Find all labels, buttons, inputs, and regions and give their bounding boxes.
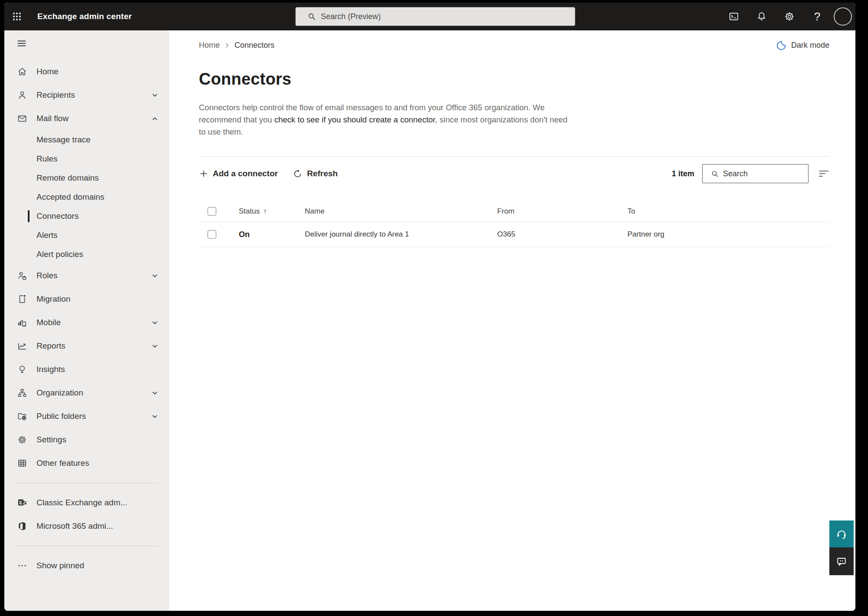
svg-text:E: E — [19, 500, 22, 505]
feedback-button[interactable] — [829, 547, 854, 575]
moon-icon — [776, 40, 787, 51]
sidebar-item-label: Mail flow — [36, 114, 69, 123]
sidebar-item-label: Public folders — [36, 412, 86, 421]
connectors-table: Status↑ Name From To On Deliver journal … — [199, 201, 829, 247]
chevron-up-icon — [152, 115, 158, 122]
sidebar-item-label: Other features — [36, 458, 89, 468]
global-search[interactable] — [295, 7, 575, 26]
toolbar-divider — [199, 156, 829, 157]
table-row[interactable]: On Deliver journal directly to Area 1 O3… — [199, 222, 829, 247]
chevron-down-icon — [152, 92, 158, 99]
sidebar-item-label: Mobile — [36, 318, 61, 327]
sidebar-item-accepted-domains[interactable]: Accepted domains — [4, 188, 169, 207]
collapse-nav-button[interactable] — [8, 32, 36, 55]
filter-button[interactable] — [818, 169, 829, 178]
reports-icon — [17, 341, 28, 351]
breadcrumb-home-link[interactable]: Home — [199, 41, 220, 50]
sidebar-item-alerts[interactable]: Alerts — [4, 226, 169, 245]
list-search[interactable] — [702, 164, 809, 183]
sidebar-item-mobile[interactable]: Mobile — [4, 311, 169, 334]
breadcrumb-current: Connectors — [234, 41, 274, 50]
list-search-input[interactable] — [723, 169, 804, 178]
search-icon — [302, 12, 321, 21]
chevron-down-icon — [152, 343, 158, 349]
headset-icon — [835, 528, 848, 540]
mobile-icon — [17, 317, 28, 328]
chevron-down-icon — [152, 273, 158, 279]
sidebar-item-label: Classic Exchange adm... — [36, 498, 127, 507]
sidebar-item-migration[interactable]: Migration — [4, 287, 169, 311]
sidebar-item-home[interactable]: Home — [4, 60, 169, 83]
sidebar-item-recipients[interactable]: Recipients — [4, 83, 169, 107]
exchange-logo-icon: E — [17, 497, 28, 508]
connector-status: On — [239, 230, 305, 239]
refresh-icon — [293, 169, 303, 179]
gear-icon — [17, 435, 28, 445]
sidebar-item-roles[interactable]: Roles — [4, 264, 169, 287]
org-chart-icon — [17, 388, 28, 398]
topbar: Exchange admin center — [4, 3, 855, 30]
sidebar-item-show-pinned[interactable]: Show pinned — [4, 554, 169, 577]
sidebar-item-connectors[interactable]: Connectors — [4, 207, 169, 226]
sidebar-item-microsoft-365-admin[interactable]: Microsoft 365 admi... — [4, 514, 169, 538]
column-header-to[interactable]: To — [627, 207, 829, 216]
app-launcher-icon — [12, 12, 22, 21]
sidebar-item-classic-exchange[interactable]: E Classic Exchange adm... — [4, 491, 169, 514]
sidebar-item-organization[interactable]: Organization — [4, 381, 169, 405]
list-toolbar: Add a connector Refresh 1 item — [199, 161, 829, 186]
global-search-input[interactable] — [321, 12, 569, 21]
dark-mode-toggle[interactable]: Dark mode — [776, 40, 829, 51]
terminal-button[interactable] — [720, 3, 748, 30]
column-header-status[interactable]: Status↑ — [239, 207, 305, 216]
sidebar-item-public-folders[interactable]: Public folders — [4, 405, 169, 428]
home-icon — [17, 66, 28, 77]
hamburger-icon — [17, 38, 27, 49]
support-button[interactable] — [829, 520, 854, 547]
add-connector-button[interactable]: Add a connector — [199, 169, 278, 178]
sidebar: Home Recipients — [4, 30, 169, 611]
search-icon — [707, 169, 723, 178]
breadcrumb-chevron-icon — [225, 42, 229, 49]
sidebar-item-label: Migration — [36, 294, 70, 304]
sidebar-item-rules[interactable]: Rules — [4, 149, 169, 168]
sidebar-item-label: Roles — [36, 271, 58, 280]
topbar-actions: ? — [720, 3, 852, 30]
dark-mode-label: Dark mode — [791, 41, 829, 50]
sidebar-divider — [16, 483, 158, 483]
breadcrumb: Home Connectors — [199, 41, 274, 50]
row-checkbox[interactable] — [208, 230, 216, 239]
sidebar-item-label: Alert policies — [36, 250, 83, 259]
account-avatar[interactable] — [834, 7, 852, 26]
main-content: Home Connectors Dark mode Connectors — [169, 30, 855, 611]
settings-button[interactable] — [776, 3, 803, 30]
sidebar-item-message-trace[interactable]: Message trace — [4, 130, 169, 149]
exchange-admin-window: Exchange admin center — [4, 3, 855, 611]
item-count: 1 item — [672, 169, 694, 178]
sidebar-item-settings[interactable]: Settings — [4, 428, 169, 451]
help-icon: ? — [814, 10, 820, 23]
gear-icon — [784, 11, 795, 22]
sidebar-item-label: Home — [36, 67, 59, 76]
sidebar-item-other-features[interactable]: Other features — [4, 451, 169, 475]
chevron-down-icon — [152, 320, 158, 326]
sidebar-item-label: Organization — [36, 388, 83, 398]
column-header-from[interactable]: From — [497, 207, 627, 216]
create-connector-check-link[interactable]: check to see if you should create a conn… — [274, 115, 435, 124]
refresh-button[interactable]: Refresh — [293, 169, 338, 179]
column-header-name[interactable]: Name — [305, 207, 497, 216]
sidebar-item-label: Insights — [36, 365, 65, 374]
notifications-button[interactable] — [748, 3, 776, 30]
table-header-row: Status↑ Name From To — [199, 201, 829, 222]
sidebar-item-reports[interactable]: Reports — [4, 334, 169, 358]
sidebar-item-remote-domains[interactable]: Remote domains — [4, 168, 169, 188]
person-icon — [17, 90, 28, 100]
help-button[interactable]: ? — [803, 3, 831, 30]
sidebar-item-label: Message trace — [36, 135, 91, 145]
sidebar-item-alert-policies[interactable]: Alert policies — [4, 245, 169, 264]
sidebar-item-label: Alerts — [36, 231, 58, 240]
select-all-checkbox[interactable] — [208, 207, 216, 216]
sidebar-item-insights[interactable]: Insights — [4, 358, 169, 381]
sidebar-item-mail-flow[interactable]: Mail flow — [4, 107, 169, 130]
app-launcher-button[interactable] — [4, 3, 30, 30]
filter-icon — [818, 169, 829, 178]
